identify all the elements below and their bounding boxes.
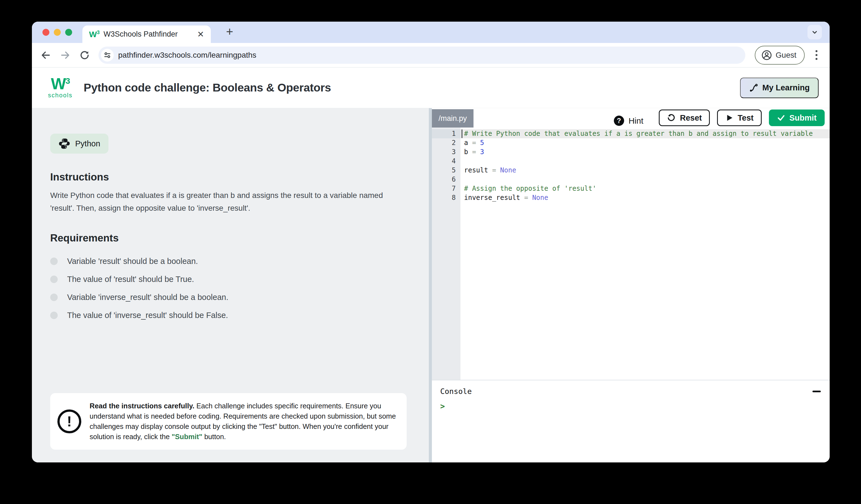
- minus-icon: [812, 391, 821, 392]
- maximize-window-button[interactable]: [65, 29, 72, 36]
- code-line[interactable]: [461, 175, 830, 184]
- profile-button[interactable]: Guest: [755, 46, 805, 65]
- forward-button[interactable]: [60, 50, 71, 61]
- requirement-status-icon: [50, 276, 58, 283]
- language-badge: Python: [50, 134, 108, 154]
- console-collapse-button[interactable]: [812, 388, 821, 395]
- python-logo-icon: [58, 138, 70, 150]
- code-line[interactable]: b = 3: [461, 148, 830, 157]
- back-button[interactable]: [40, 50, 51, 61]
- panel-resize-handle[interactable]: [429, 108, 432, 462]
- tab-close-icon[interactable]: ✕: [197, 30, 204, 39]
- browser-window: W3 W3Schools Pathfinder ✕ + pathfinder.w…: [32, 22, 830, 462]
- note-text: Read the instructions carefully. Each ch…: [90, 401, 397, 442]
- submit-button[interactable]: Submit: [769, 110, 825, 126]
- line-number: 5: [432, 166, 461, 175]
- profile-label: Guest: [776, 51, 796, 60]
- browser-tab[interactable]: W3 W3Schools Pathfinder ✕: [82, 26, 211, 43]
- w3schools-favicon-icon: W3: [89, 30, 99, 39]
- requirements-title: Requirements: [50, 232, 407, 244]
- new-tab-button[interactable]: +: [226, 26, 233, 38]
- requirement-status-icon: [50, 312, 58, 319]
- question-mark-icon: ?: [614, 116, 624, 126]
- browser-tab-bar: W3 W3Schools Pathfinder ✕ +: [32, 22, 830, 43]
- instructions-body: Write Python code that evaluates if a is…: [50, 189, 402, 214]
- code-line[interactable]: result = None: [461, 166, 830, 175]
- requirement-item: Variable 'result' should be a boolean.: [50, 252, 407, 270]
- instructions-title: Instructions: [50, 171, 407, 183]
- learning-path-icon: [749, 83, 758, 93]
- site-info-button[interactable]: [101, 49, 114, 61]
- line-number: 4: [432, 157, 461, 166]
- console-panel: Console >: [432, 380, 830, 462]
- alert-exclamation-icon: !: [57, 409, 81, 433]
- main-content: Python Instructions Write Python code th…: [32, 108, 830, 462]
- my-learning-button[interactable]: My Learning: [740, 78, 819, 98]
- guest-avatar-icon: [762, 50, 772, 60]
- line-number: 1: [432, 129, 461, 138]
- code-line[interactable]: # Write Python code that evaluates if a …: [461, 129, 830, 138]
- forward-arrow-icon: [60, 50, 70, 60]
- line-number: 8: [432, 193, 461, 202]
- text-cursor: [462, 129, 462, 138]
- chevron-down-icon: [810, 28, 819, 36]
- line-number: 6: [432, 175, 461, 184]
- code-lines[interactable]: # Write Python code that evaluates if a …: [461, 127, 830, 380]
- file-tab-mainpy[interactable]: /main.py: [432, 109, 474, 127]
- w3schools-logo[interactable]: W3 schools: [48, 76, 73, 99]
- url-text: pathfinder.w3schools.com/learningpaths: [118, 51, 256, 60]
- reload-button[interactable]: [79, 50, 90, 61]
- code-line[interactable]: # Assign the opposite of 'result': [461, 184, 830, 193]
- minimize-window-button[interactable]: [54, 29, 61, 36]
- page-title: Python code challenge: Booleans & Operat…: [84, 81, 331, 94]
- back-arrow-icon: [41, 50, 51, 60]
- console-title: Console: [440, 387, 472, 396]
- instructions-note-card: ! Read the instructions carefully. Each …: [50, 393, 407, 450]
- check-icon: [777, 114, 785, 122]
- challenge-panel: Python Instructions Write Python code th…: [32, 108, 429, 462]
- browser-menu-button[interactable]: [811, 50, 822, 60]
- tab-title: W3Schools Pathfinder: [104, 30, 178, 39]
- line-number: 3: [432, 148, 461, 157]
- window-controls: [42, 29, 72, 36]
- app-header: W3 schools Python code challenge: Boolea…: [32, 68, 830, 108]
- requirement-status-icon: [50, 294, 58, 301]
- code-line[interactable]: inverse_result = None: [461, 193, 830, 202]
- browser-toolbar: pathfinder.w3schools.com/learningpaths G…: [32, 43, 830, 68]
- requirement-status-icon: [50, 257, 58, 265]
- line-number: 2: [432, 138, 461, 148]
- reset-button[interactable]: Reset: [659, 110, 710, 126]
- requirement-item: The value of 'result' should be True.: [50, 270, 407, 288]
- site-settings-icon: [104, 51, 111, 59]
- editor-toolbar: /main.py ? Hint Reset Test Submit: [432, 108, 830, 127]
- code-line[interactable]: [461, 157, 830, 166]
- reload-icon: [79, 50, 90, 60]
- requirement-item: Variable 'inverse_result' should be a bo…: [50, 288, 407, 306]
- close-window-button[interactable]: [42, 29, 50, 36]
- address-bar[interactable]: pathfinder.w3schools.com/learningpaths: [98, 46, 745, 64]
- code-line[interactable]: a = 5: [461, 138, 830, 148]
- code-editor[interactable]: 12345678 # Write Python code that evalua…: [432, 127, 830, 380]
- hint-button[interactable]: ? Hint: [614, 116, 643, 126]
- tab-search-chevron-button[interactable]: [807, 25, 822, 39]
- play-icon: [725, 114, 734, 122]
- reset-icon: [667, 113, 676, 122]
- requirement-item: The value of 'inverse_result' should be …: [50, 306, 407, 324]
- console-prompt: >: [440, 402, 821, 411]
- line-number-gutter: 12345678: [432, 127, 461, 380]
- requirements-list: Variable 'result' should be a boolean. T…: [50, 252, 407, 324]
- editor-panel: /main.py ? Hint Reset Test Submit: [432, 108, 830, 462]
- test-button[interactable]: Test: [717, 110, 762, 126]
- line-number: 7: [432, 184, 461, 193]
